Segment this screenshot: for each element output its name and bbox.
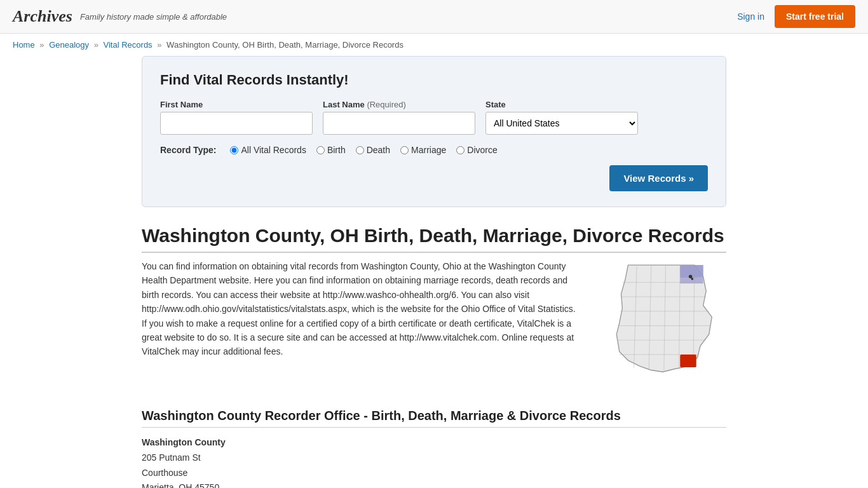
rt-all-label[interactable]: All Vital Records <box>230 145 306 155</box>
search-btn-row: View Records » <box>160 165 708 191</box>
record-type-row: Record Type: All Vital Records Birth Dea… <box>160 145 708 155</box>
address-line1: 205 Putnam St <box>142 452 201 463</box>
header-left: Archives Family history made simple & af… <box>13 7 227 26</box>
last-name-input[interactable] <box>323 112 475 135</box>
rt-all-radio[interactable] <box>230 146 238 154</box>
last-name-group: Last Name (Required) <box>323 100 475 135</box>
rt-divorce-label[interactable]: Divorce <box>456 145 497 155</box>
first-name-input[interactable] <box>160 112 313 135</box>
rt-divorce-radio[interactable] <box>456 146 465 154</box>
main-content: Find Vital Records Instantly! First Name… <box>129 56 739 488</box>
first-name-group: First Name <box>160 100 313 135</box>
ohio-map <box>599 259 726 388</box>
search-box-title: Find Vital Records Instantly! <box>160 72 708 88</box>
search-fields: First Name Last Name (Required) State Al… <box>160 100 708 135</box>
record-type-label: Record Type: <box>160 145 216 155</box>
address-line3: Marietta, OH 45750 <box>142 482 219 488</box>
page-title: Washington County, OH Birth, Death, Marr… <box>142 225 726 253</box>
start-trial-button[interactable]: Start free trial <box>775 5 855 28</box>
view-records-button[interactable]: View Records » <box>609 165 708 191</box>
first-name-label: First Name <box>160 100 313 109</box>
recorder-section: Washington County Recorder Office - Birt… <box>142 409 726 488</box>
content-text: You can find information on obtaining vi… <box>142 259 581 388</box>
breadcrumb-home[interactable]: Home <box>13 40 35 50</box>
breadcrumb: Home » Genealogy » Vital Records » Washi… <box>0 34 868 56</box>
rt-death-radio[interactable] <box>356 146 364 154</box>
breadcrumb-sep-2: » <box>94 40 98 50</box>
rt-death-label[interactable]: Death <box>356 145 390 155</box>
svg-point-16 <box>689 275 692 278</box>
recorder-heading: Washington County Recorder Office - Birt… <box>142 409 726 428</box>
content-area: You can find information on obtaining vi… <box>142 259 726 388</box>
content-paragraph: You can find information on obtaining vi… <box>142 259 581 359</box>
tagline: Family history made simple & affordable <box>80 12 227 22</box>
rt-marriage-radio[interactable] <box>400 146 409 154</box>
rt-birth-label[interactable]: Birth <box>316 145 346 155</box>
logo-text: Archives <box>13 7 72 25</box>
state-label: State <box>485 100 638 109</box>
breadcrumb-genealogy[interactable]: Genealogy <box>49 40 89 50</box>
last-name-label: Last Name (Required) <box>323 100 475 109</box>
svg-point-17 <box>691 278 694 280</box>
header-right: Sign in Start free trial <box>737 5 855 28</box>
ohio-map-svg <box>599 259 726 386</box>
svg-rect-15 <box>680 355 696 367</box>
breadcrumb-sep-1: » <box>39 40 44 50</box>
address-line2: Courthouse <box>142 468 187 478</box>
breadcrumb-current: Washington County, OH Birth, Death, Marr… <box>166 40 403 50</box>
site-header: Archives Family history made simple & af… <box>0 0 868 34</box>
address-block: Washington County 205 Putnam St Courthou… <box>142 435 726 488</box>
site-logo: Archives <box>13 7 72 26</box>
required-tag: (Required) <box>367 100 405 109</box>
state-select[interactable]: All United StatesAlabamaAlaskaArizonaArk… <box>485 112 638 135</box>
state-group: State All United StatesAlabamaAlaskaAriz… <box>485 100 638 135</box>
ohio-counties <box>616 265 712 372</box>
signin-link[interactable]: Sign in <box>737 11 764 22</box>
county-name: Washington County <box>142 435 726 451</box>
search-box: Find Vital Records Instantly! First Name… <box>142 56 726 207</box>
rt-birth-radio[interactable] <box>316 146 325 154</box>
breadcrumb-vital-records[interactable]: Vital Records <box>104 40 153 50</box>
breadcrumb-sep-3: » <box>157 40 161 50</box>
rt-marriage-label[interactable]: Marriage <box>400 145 446 155</box>
